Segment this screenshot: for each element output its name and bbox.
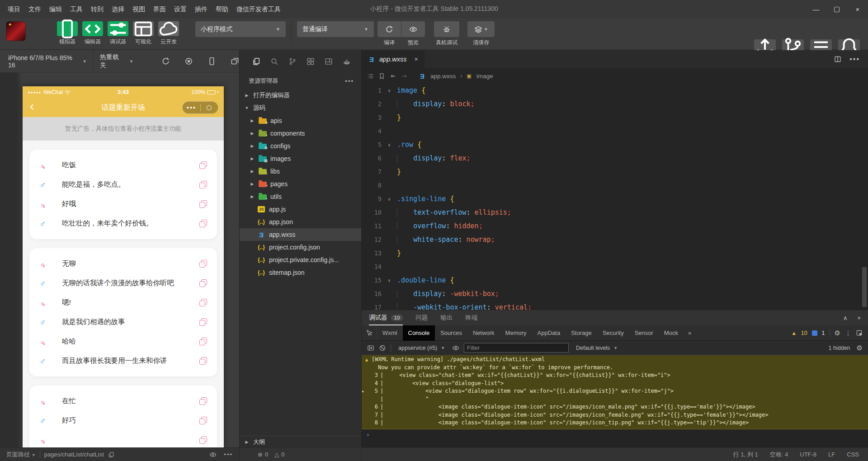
tree-folder-configs[interactable]: ▶⚙configs bbox=[240, 140, 361, 152]
dock-side-icon[interactable] bbox=[856, 329, 863, 336]
close-tab-icon[interactable]: × bbox=[414, 56, 418, 63]
mode-select[interactable]: 小程序模式 ▼ bbox=[195, 21, 286, 37]
device-debug-button[interactable] bbox=[434, 21, 459, 37]
indent-setting[interactable]: 空格: 4 bbox=[770, 451, 788, 459]
tree-folder-utils[interactable]: ▶+utils bbox=[240, 190, 361, 203]
exit-button[interactable] bbox=[201, 105, 218, 110]
code-area[interactable]: 1∨image {2 display: block;3}45∨.row {6 d… bbox=[362, 84, 868, 310]
copy-icon[interactable] bbox=[199, 397, 207, 405]
outline-section[interactable]: ▶ 大纲 bbox=[240, 436, 361, 447]
git-branch-icon[interactable] bbox=[288, 57, 297, 66]
tree-section-源码[interactable]: ▼源码 bbox=[240, 102, 361, 114]
devtools-tab-Memory[interactable]: Memory bbox=[500, 325, 532, 341]
tree-file-app.json[interactable]: {..}app.json bbox=[240, 216, 361, 228]
code-line[interactable]: 11 overflow: hidden; bbox=[362, 219, 868, 233]
code-line[interactable]: 1∨image { bbox=[362, 84, 868, 97]
tree-file-app.js[interactable]: JSapp.js bbox=[240, 203, 361, 216]
tree-file-sitemap.json[interactable]: {..}sitemap.json bbox=[240, 266, 361, 279]
copy-icon[interactable] bbox=[199, 357, 207, 365]
detach-window-icon[interactable] bbox=[231, 57, 239, 66]
devtools-tab-Mock[interactable]: Mock bbox=[659, 325, 684, 341]
panel-tab-终端[interactable]: 终端 bbox=[465, 310, 477, 325]
docker-whale-icon[interactable] bbox=[343, 57, 351, 66]
inspect-element-icon[interactable] bbox=[362, 325, 377, 341]
panel-tab-问题[interactable]: 问题 bbox=[415, 310, 428, 325]
preview-button[interactable] bbox=[401, 21, 425, 37]
devtools-tab-Console[interactable]: Console bbox=[403, 325, 435, 341]
search-icon[interactable] bbox=[270, 57, 278, 66]
chat-row[interactable]: ♂就是我们相遇的故事 bbox=[29, 312, 217, 332]
code-line[interactable]: 3} bbox=[362, 111, 868, 124]
devtools-tab-Network[interactable]: Network bbox=[467, 325, 500, 341]
fold-icon[interactable]: ∨ bbox=[388, 278, 397, 283]
fold-icon[interactable]: ∨ bbox=[388, 88, 397, 93]
forward-arrow-icon[interactable] bbox=[401, 73, 408, 80]
cursor-position[interactable]: 行 1, 列 1 bbox=[733, 451, 758, 459]
code-line[interactable]: 6 display: flex; bbox=[362, 151, 868, 165]
copy-path-icon[interactable] bbox=[108, 452, 114, 458]
menubar-item[interactable]: 工具 bbox=[66, 0, 87, 18]
warning-icon[interactable]: ▲ bbox=[792, 330, 797, 336]
restart-icon[interactable] bbox=[161, 57, 170, 66]
toolbar-cloud-button[interactable]: 云开发 bbox=[158, 21, 179, 46]
code-line[interactable]: 2 display: block; bbox=[362, 97, 868, 111]
message-icon[interactable] bbox=[812, 330, 817, 336]
copy-icon[interactable] bbox=[199, 220, 207, 227]
code-line[interactable]: 16 display: -webkit-box; bbox=[362, 287, 868, 301]
outline-list-icon[interactable] bbox=[367, 73, 374, 80]
language-mode[interactable]: CSS bbox=[847, 451, 859, 458]
back-arrow-icon[interactable] bbox=[390, 73, 396, 80]
chat-row[interactable]: ♂而且故事很长我要用一生来和你讲 bbox=[29, 351, 217, 371]
more-menu-button[interactable]: ●●● bbox=[183, 105, 200, 110]
more-icon[interactable]: ••• bbox=[224, 451, 233, 458]
code-line[interactable]: 4 bbox=[362, 124, 868, 138]
fold-icon[interactable]: ∨ bbox=[388, 142, 397, 147]
chat-row[interactable]: ♀嗯! bbox=[29, 293, 217, 312]
devtools-tab-Sources[interactable]: Sources bbox=[435, 325, 467, 341]
close-panel-icon[interactable]: × bbox=[857, 315, 861, 321]
copy-icon[interactable] bbox=[199, 417, 207, 424]
code-line[interactable]: 15∨.double-line { bbox=[362, 273, 868, 287]
devtools-tab-Storage[interactable]: Storage bbox=[566, 325, 597, 341]
toolbar-editor-button[interactable]: 编辑器 bbox=[82, 21, 103, 46]
code-line[interactable]: 12 white-space: nowrap; bbox=[362, 233, 868, 246]
project-avatar[interactable] bbox=[6, 22, 25, 41]
menubar-item[interactable]: 转到 bbox=[87, 0, 108, 18]
expand-arrow-icon[interactable]: ▸ bbox=[362, 387, 368, 395]
menubar-item[interactable]: 设置 bbox=[170, 0, 191, 18]
menubar-item[interactable]: 编辑 bbox=[45, 0, 66, 18]
panel-tab-输出[interactable]: 输出 bbox=[440, 310, 453, 325]
console-settings-icon[interactable]: ⚙ bbox=[857, 344, 863, 352]
devtools-tab-Security[interactable]: Security bbox=[597, 325, 629, 341]
bookmark-icon[interactable] bbox=[378, 73, 385, 80]
eol-setting[interactable]: LF bbox=[828, 451, 835, 458]
toolbar-simulator-button[interactable]: 模拟器 bbox=[57, 21, 78, 46]
copy-icon[interactable] bbox=[199, 299, 207, 306]
breadcrumb-file[interactable]: app.wxss bbox=[430, 73, 456, 80]
menubar-item[interactable]: 界面 bbox=[149, 0, 170, 18]
warning-count[interactable]: △ 0 bbox=[274, 451, 284, 458]
chat-row[interactable]: ♀哈哈 bbox=[29, 332, 217, 351]
devtools-tab-Wxml[interactable]: Wxml bbox=[377, 325, 403, 341]
copy-icon[interactable] bbox=[199, 318, 207, 326]
context-select[interactable]: appservice (#5) ▼ bbox=[396, 345, 448, 351]
toolbar-debugger-button[interactable]: 调试器 bbox=[108, 21, 128, 46]
clear-cache-button[interactable]: ▼ bbox=[467, 21, 495, 37]
tree-file-app.wxss[interactable]: Ǝapp.wxss bbox=[240, 228, 361, 241]
collapse-panel-icon[interactable]: ∧ bbox=[843, 315, 848, 321]
devtools-tab-AppData[interactable]: AppData bbox=[532, 325, 566, 341]
split-editor-icon[interactable] bbox=[834, 56, 841, 63]
extensions-icon[interactable] bbox=[307, 57, 315, 66]
device-select[interactable]: iPhone 6/7/8 Plus 85% 16 ▼ bbox=[0, 54, 93, 69]
chat-row[interactable]: ♂无聊的话我讲个浪漫的故事给你听吧 bbox=[29, 273, 217, 293]
chat-row[interactable]: ♂好巧 bbox=[29, 411, 217, 430]
breadcrumb-symbol[interactable]: image bbox=[476, 73, 493, 80]
clear-console-icon[interactable] bbox=[379, 344, 386, 352]
menubar-item[interactable]: 插件 bbox=[191, 0, 212, 18]
devtools-tab-Sensor[interactable]: Sensor bbox=[629, 325, 659, 341]
menubar-item[interactable]: 微信开发者工具 bbox=[232, 0, 285, 18]
tree-file-project.config.json[interactable]: {..}project.config.json bbox=[240, 241, 361, 254]
devtools-settings-icon[interactable]: ⚙ bbox=[835, 329, 840, 337]
maximize-button[interactable]: ▢ bbox=[826, 0, 847, 18]
copy-icon[interactable] bbox=[199, 200, 207, 208]
